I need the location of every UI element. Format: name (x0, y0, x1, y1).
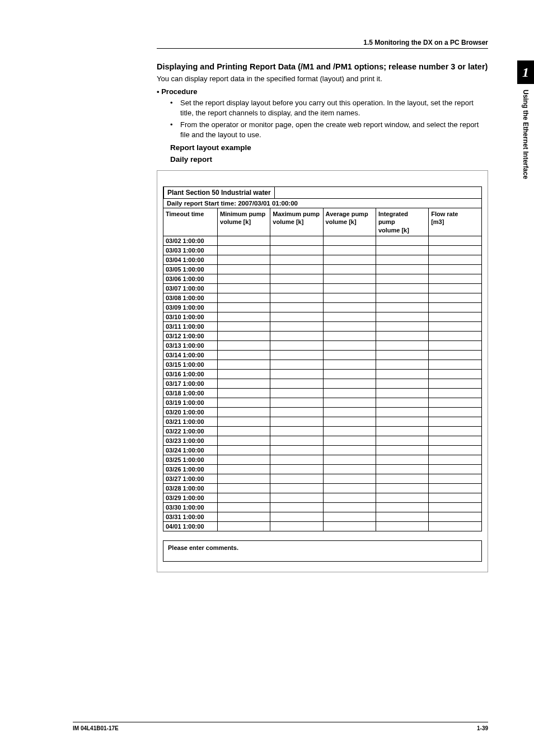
table-row: 03/06 1:00:00 (163, 274, 481, 283)
data-cell (218, 293, 270, 302)
table-row: 03/10 1:00:00 (163, 312, 481, 321)
data-cell (270, 274, 323, 283)
procedure-item: From the operator or monitor page, open … (170, 120, 488, 140)
column-header: Minimum pumpvolume [k] (218, 208, 270, 236)
table-row: 03/26 1:00:00 (163, 464, 481, 474)
data-cell (323, 512, 376, 521)
data-cell (429, 293, 481, 302)
procedure-list: Set the report display layout before you… (170, 98, 488, 140)
data-cell (429, 426, 481, 436)
data-cell (270, 445, 323, 455)
data-cell (323, 283, 376, 293)
table-row: 03/27 1:00:00 (163, 474, 481, 483)
table-row: 03/29 1:00:00 (163, 493, 481, 502)
data-cell (270, 426, 323, 436)
data-cell (429, 331, 481, 340)
data-cell (270, 407, 323, 417)
timeout-cell: 03/11 1:00:00 (163, 321, 218, 331)
data-cell (218, 455, 270, 464)
report-table: Timeout timeMinimum pumpvolume [k]Maximu… (163, 208, 481, 531)
data-cell (429, 483, 481, 493)
data-cell (429, 264, 481, 274)
data-cell (218, 274, 270, 283)
data-cell (270, 340, 323, 350)
data-cell (429, 407, 481, 417)
data-cell (270, 502, 323, 512)
data-cell (429, 312, 481, 321)
data-cell (218, 264, 270, 274)
data-cell (429, 445, 481, 455)
data-cell (218, 321, 270, 331)
timeout-cell: 03/26 1:00:00 (163, 464, 218, 474)
data-cell (323, 455, 376, 464)
data-cell (323, 474, 376, 483)
table-row: 03/04 1:00:00 (163, 255, 481, 264)
data-cell (270, 360, 323, 369)
layout-example-heading: Report layout example (170, 143, 488, 152)
data-cell (323, 274, 376, 283)
table-row: 03/18 1:00:00 (163, 388, 481, 398)
data-cell (323, 255, 376, 264)
timeout-cell: 03/17 1:00:00 (163, 379, 218, 388)
data-cell (429, 360, 481, 369)
timeout-cell: 03/31 1:00:00 (163, 512, 218, 521)
table-row: 03/23 1:00:00 (163, 436, 481, 445)
data-cell (218, 283, 270, 293)
timeout-cell: 03/08 1:00:00 (163, 293, 218, 302)
table-row: 03/31 1:00:00 (163, 512, 481, 521)
data-cell (218, 436, 270, 445)
data-cell (270, 302, 323, 312)
data-cell (376, 502, 428, 512)
data-cell (218, 312, 270, 321)
data-cell (270, 245, 323, 255)
data-cell (218, 236, 270, 245)
column-header: Average pumpvolume [k] (323, 208, 376, 236)
data-cell (323, 398, 376, 407)
data-cell (323, 302, 376, 312)
data-cell (429, 369, 481, 379)
table-row: 03/30 1:00:00 (163, 502, 481, 512)
data-cell (323, 360, 376, 369)
table-row: 03/13 1:00:00 (163, 340, 481, 350)
data-cell (323, 426, 376, 436)
timeout-cell: 04/01 1:00:00 (163, 521, 218, 531)
timeout-cell: 03/07 1:00:00 (163, 283, 218, 293)
data-cell (376, 255, 428, 264)
timeout-cell: 03/28 1:00:00 (163, 483, 218, 493)
data-cell (218, 255, 270, 264)
data-cell (376, 398, 428, 407)
data-cell (218, 521, 270, 531)
timeout-cell: 03/10 1:00:00 (163, 312, 218, 321)
report-layout-frame: Plant Section 50 Industrial water Daily … (157, 170, 488, 572)
data-cell (218, 426, 270, 436)
table-row: 03/16 1:00:00 (163, 369, 481, 379)
data-cell (323, 245, 376, 255)
data-cell (270, 455, 323, 464)
data-cell (323, 340, 376, 350)
table-row: 04/01 1:00:00 (163, 521, 481, 531)
data-cell (323, 464, 376, 474)
data-cell (376, 455, 428, 464)
data-cell (376, 236, 428, 245)
data-cell (270, 283, 323, 293)
timeout-cell: 03/09 1:00:00 (163, 302, 218, 312)
data-cell (270, 331, 323, 340)
table-row: 03/03 1:00:00 (163, 245, 481, 255)
data-cell (376, 321, 428, 331)
timeout-cell: 03/23 1:00:00 (163, 436, 218, 445)
data-cell (218, 464, 270, 474)
timeout-cell: 03/05 1:00:00 (163, 264, 218, 274)
data-cell (429, 236, 481, 245)
data-cell (218, 302, 270, 312)
data-cell (429, 283, 481, 293)
table-row: 03/12 1:00:00 (163, 331, 481, 340)
table-row: 03/15 1:00:00 (163, 360, 481, 369)
table-row: 03/20 1:00:00 (163, 407, 481, 417)
data-cell (323, 407, 376, 417)
table-row: 03/02 1:00:00 (163, 236, 481, 245)
comments-box: Please enter comments. (163, 540, 482, 562)
data-cell (429, 464, 481, 474)
data-cell (323, 388, 376, 398)
data-cell (376, 521, 428, 531)
data-cell (429, 512, 481, 521)
